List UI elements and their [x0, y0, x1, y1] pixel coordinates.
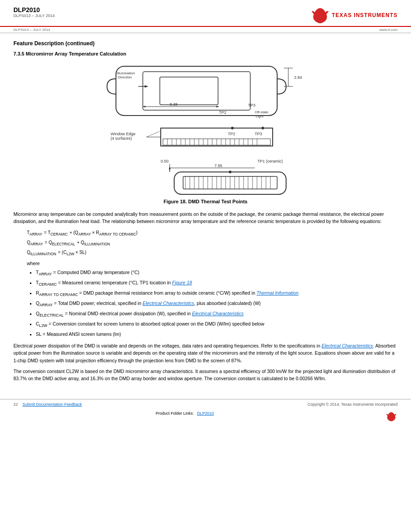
svg-text:Window Edge: Window Edge: [111, 132, 136, 136]
svg-text:TP3: TP3: [248, 103, 256, 107]
svg-rect-2: [160, 77, 218, 105]
doc-title: DLP2010: [13, 6, 55, 13]
website: www.ti.com: [380, 28, 398, 32]
svg-text:2.84: 2.84: [294, 75, 302, 80]
body-para3: The conversion constant CL2W is based on…: [13, 368, 398, 382]
equation-1: TARRAY = TCERAMIC + (QARRAY × RARRAY TO …: [27, 229, 398, 238]
equation-2: QARRAY = QELECTRICAL + QILLUMINATION: [27, 239, 398, 248]
product-link[interactable]: DLP2010: [197, 411, 214, 416]
svg-point-75: [229, 171, 231, 173]
elec-char-link-3[interactable]: Electrical Characteristics: [321, 343, 373, 348]
svg-text:TP2: TP2: [219, 110, 227, 115]
svg-text:(4 surfaces): (4 surfaces): [111, 136, 132, 141]
footer-left: 22 Submit Documentation Feedback: [13, 402, 82, 407]
thermal-info-link[interactable]: Thermal Information: [257, 290, 299, 296]
bullet-c-l2w: CL2W = Conversion constant for screen lu…: [36, 320, 398, 329]
svg-rect-1: [143, 72, 250, 110]
product-label: Product Folder Links:: [156, 411, 194, 416]
main-content: Feature Description (continued) 7.3.5 Mi…: [0, 36, 411, 395]
elec-char-link-2[interactable]: Electrical Characteristics: [192, 311, 244, 316]
svg-text:Off-state: Off-state: [255, 110, 269, 114]
ti-logo-svg: [310, 6, 330, 24]
where-label: where: [27, 261, 398, 266]
elec-char-link-1[interactable]: Electrical Characteristics: [143, 300, 194, 306]
bullet-r-array: RARRAY TO CERAMIC = DMD package thermal …: [36, 289, 398, 298]
svg-point-44: [231, 127, 234, 129]
svg-rect-0: [116, 66, 277, 116]
svg-text:7.95: 7.95: [214, 163, 223, 168]
doc-subtitle-line: DLPS013 – JULY 2014: [13, 28, 50, 32]
svg-text:Illumination: Illumination: [117, 71, 135, 75]
figure-18-link[interactable]: Figure 18: [172, 280, 192, 285]
bullet-t-array: TARRAY = Computed DMD array temperature …: [36, 269, 398, 278]
bullet-list: TARRAY = Computed DMD array temperature …: [36, 269, 398, 339]
thermal-diagram: 2.84 8.38 TP2 TP3 Off-state Light Illumi…: [80, 62, 331, 196]
footer-product-line: Product Folder Links: DLP2010: [0, 409, 411, 418]
figure-caption: Figure 18. DMD Thermal Test Points: [13, 199, 398, 204]
body-intro: Micromirror array temperature can be com…: [13, 210, 398, 225]
submit-feedback-link[interactable]: Submit Documentation Feedback: [22, 402, 82, 407]
svg-text:TP1 (ceramic): TP1 (ceramic): [257, 159, 283, 163]
ti-logo: TEXAS INSTRUMENTS: [310, 6, 398, 24]
svg-line-46: [146, 131, 160, 137]
page-number: 22: [13, 402, 18, 407]
bullet-t-ceramic: TCERAMIC = Measured ceramic temperature …: [36, 279, 398, 288]
bullet-q-electrical: QELECTRICAL = Nominal DMD electrical pow…: [36, 310, 398, 319]
svg-text:TP2: TP2: [228, 132, 235, 136]
footer-ti-logo: [385, 411, 398, 422]
svg-text:Light: Light: [256, 114, 264, 118]
bullet-q-array: QARRAY = Total DMD power; electrical, sp…: [36, 300, 398, 309]
ti-logo-text: TEXAS INSTRUMENTS: [332, 12, 398, 18]
section-title: Feature Description (continued): [13, 40, 398, 47]
svg-text:Direction: Direction: [118, 75, 132, 79]
page-header: DLP2010 DLPS013 – JULY 2014 TEXAS INSTRU…: [0, 0, 411, 27]
header-left: DLP2010 DLPS013 – JULY 2014: [13, 6, 55, 18]
equations-block: TARRAY = TCERAMIC + (QARRAY × RARRAY TO …: [27, 229, 398, 257]
footer-right: Copyright © 2014, Texas Instruments Inco…: [308, 402, 398, 407]
body-para2: Electrical power dissipation of the DMD …: [13, 342, 398, 364]
sub-header: DLPS013 – JULY 2014 www.ti.com: [0, 27, 411, 33]
bullet-sl: SL = Measured ANSI screen lumens (lm): [36, 330, 398, 339]
svg-text:TP3: TP3: [255, 132, 262, 136]
svg-text:0.50: 0.50: [161, 159, 169, 163]
equation-3: QILLUMINATION = (CL2W × SL): [27, 249, 398, 257]
page-footer: 22 Submit Documentation Feedback Copyrig…: [0, 399, 411, 409]
subsection-title: 7.3.5 Micromirror Array Temperature Calc…: [13, 51, 398, 56]
diagram-container: 2.84 8.38 TP2 TP3 Off-state Light Illumi…: [13, 62, 398, 196]
svg-point-45: [261, 127, 264, 129]
svg-text:8.38: 8.38: [170, 102, 178, 107]
doc-subtitle: DLPS013 – JULY 2014: [13, 13, 55, 18]
